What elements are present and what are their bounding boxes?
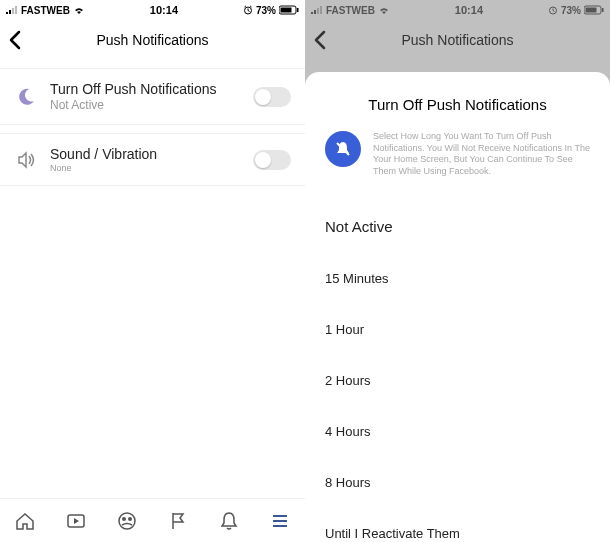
row-title: Turn Off Push Notifications [50,81,253,97]
clock: 10:14 [150,4,178,16]
status-bar: FASTWEB 10:14 73% [0,0,305,20]
row-subtitle: Not Active [50,98,253,112]
option-4-hours[interactable]: 4 Hours [325,406,590,457]
option-2-hours[interactable]: 2 Hours [325,355,590,406]
svg-rect-19 [602,8,604,12]
svg-rect-12 [311,12,313,14]
svg-rect-18 [585,8,596,13]
tab-groups[interactable] [116,510,138,532]
carrier-label: FASTWEB [21,5,70,16]
svg-point-10 [122,517,126,521]
sheet-description: Select How Long You Want To Turn Off Pus… [373,131,590,178]
signal-icon [6,6,18,14]
page-title: Push Notifications [401,32,513,48]
duration-sheet: Turn Off Push Notifications Select How L… [305,72,610,542]
svg-point-11 [128,517,132,521]
screen-settings: FASTWEB 10:14 73% Push Notifications [0,0,305,542]
tab-bar [0,498,305,542]
option-1-hour[interactable]: 1 Hour [325,304,590,355]
wifi-icon [378,6,390,15]
toggle-turn-off-push[interactable] [253,87,291,107]
page-title: Push Notifications [96,32,208,48]
status-bar: FASTWEB 10:14 73% [305,0,610,20]
carrier-label: FASTWEB [326,5,375,16]
option-15-minutes[interactable]: 15 Minutes [325,253,590,304]
svg-rect-3 [15,6,17,14]
option-until-reactivate[interactable]: Until I Reactivate Them [325,508,590,542]
row-turn-off-push[interactable]: Turn Off Push Notifications Not Active [0,68,305,125]
svg-rect-0 [6,12,8,14]
battery-label: 73% [561,5,581,16]
signal-icon [311,6,323,14]
alarm-icon [548,5,558,15]
tab-menu[interactable] [269,510,291,532]
wifi-icon [73,6,85,15]
svg-rect-13 [314,10,316,14]
option-8-hours[interactable]: 8 Hours [325,457,590,508]
row-subtitle: None [50,163,253,173]
svg-point-9 [119,513,135,529]
back-button[interactable] [8,30,22,50]
page-header: Push Notifications [305,20,610,60]
battery-label: 73% [256,5,276,16]
svg-rect-2 [12,8,14,14]
toggle-sound-vibration[interactable] [253,150,291,170]
clock: 10:14 [455,4,483,16]
tab-watch[interactable] [65,510,87,532]
screen-turn-off-sheet: FASTWEB 10:14 73% Push Notifications Tur… [305,0,610,542]
back-button[interactable] [313,30,327,50]
option-not-active[interactable]: Not Active [325,200,590,253]
svg-rect-6 [280,8,291,13]
bell-off-icon [325,131,361,167]
tab-home[interactable] [14,510,36,532]
moon-icon [14,85,38,109]
tab-notifications[interactable] [218,510,240,532]
settings-list: Turn Off Push Notifications Not Active S… [0,60,305,186]
svg-rect-14 [317,8,319,14]
battery-icon [584,5,604,15]
row-title: Sound / Vibration [50,146,253,162]
svg-rect-1 [9,10,11,14]
page-header: Push Notifications [0,20,305,60]
battery-icon [279,5,299,15]
svg-rect-15 [320,6,322,14]
tab-flag[interactable] [167,510,189,532]
speaker-icon [14,148,38,172]
row-sound-vibration[interactable]: Sound / Vibration None [0,133,305,186]
svg-rect-7 [297,8,299,12]
alarm-icon [243,5,253,15]
sheet-title: Turn Off Push Notifications [325,96,590,113]
